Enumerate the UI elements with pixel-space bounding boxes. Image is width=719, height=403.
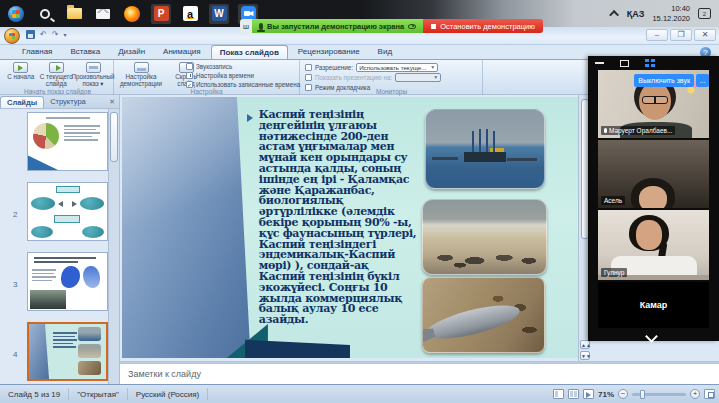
powerpoint-taskbar-button[interactable]: P — [151, 4, 171, 24]
mail-button[interactable] — [93, 4, 113, 24]
slide-thumbnail-2[interactable] — [27, 112, 108, 171]
record-narration-button[interactable]: Звукозапись — [186, 62, 298, 71]
mail-icon — [96, 9, 110, 19]
folder-icon — [67, 8, 82, 19]
resolution-value: Использовать текуще... — [359, 64, 426, 71]
redo-button[interactable]: ↷ — [52, 30, 59, 39]
tab-slideshow[interactable]: Показ слайдов — [211, 45, 288, 59]
use-timings-checkbox[interactable]: ✓ — [186, 81, 193, 88]
slide-canvas[interactable]: Каспий теңізінің деңгейінің ұлғаюы нәтиж… — [122, 97, 578, 358]
from-current-slide-button[interactable]: С текущего слайда — [40, 62, 74, 88]
mic-icon — [259, 23, 263, 30]
tab-home[interactable]: Главная — [14, 45, 60, 59]
notes-pane[interactable]: Заметки к слайду — [120, 361, 719, 384]
rehearse-timings-button[interactable]: Настройка времени — [186, 71, 298, 80]
resolution-dropdown[interactable]: Использовать текуще... ▼ — [356, 63, 438, 72]
language-status[interactable]: Русский (Россия) — [128, 388, 208, 400]
status-bar: Слайд 5 из 19 "Открытая" Русский (Россия… — [0, 384, 719, 403]
undo-button[interactable]: ↶ — [40, 30, 47, 39]
participant-video-2[interactable]: Асель — [598, 140, 709, 208]
slide-thumbnail-4[interactable] — [27, 252, 108, 311]
start-button[interactable] — [6, 4, 26, 24]
file-explorer-button[interactable] — [64, 4, 84, 24]
restore-button[interactable]: ❐ — [670, 29, 692, 41]
tab-insert[interactable]: Вставка — [62, 45, 108, 59]
amazon-button[interactable]: a — [180, 4, 200, 24]
language-indicator[interactable]: ҚАЗ — [627, 9, 645, 19]
scrollbar-thumb[interactable] — [110, 112, 118, 162]
tray-date: 15.12.2020 — [652, 14, 690, 23]
resolution-icon — [305, 64, 312, 71]
ship-photo — [30, 290, 66, 309]
window-controls: – ❐ ✕ — [646, 29, 716, 41]
zoom-minimize-icon[interactable] — [595, 62, 604, 64]
zoom-in-button[interactable]: + — [690, 389, 700, 399]
tab-slides[interactable]: Слайды — [0, 96, 44, 108]
zoom-slider-handle[interactable] — [640, 390, 645, 399]
taskbar-icons: P a W — [0, 4, 258, 24]
next-slide-button[interactable]: ▼▼ — [580, 351, 590, 360]
zoom-exit-fullscreen-icon[interactable] — [620, 60, 629, 67]
firefox-icon — [124, 6, 140, 22]
slide-thumbnail-5-selected[interactable] — [27, 322, 108, 381]
taskbar-search-button[interactable] — [35, 4, 55, 24]
tab-outline[interactable]: Структура — [44, 96, 92, 107]
participant-name-label: Асель — [601, 196, 625, 205]
zoom-level[interactable]: 71% — [598, 390, 614, 399]
tray-expand-icon[interactable] — [609, 10, 619, 20]
qat-dropdown-icon[interactable]: ▾ — [63, 31, 66, 38]
participant-video-3[interactable]: Гулнур — [598, 210, 709, 280]
zoom-out-button[interactable]: − — [618, 389, 628, 399]
slide-body-text[interactable]: Каспий теңізінің деңгейінің ұлғаюы нәтиж… — [259, 110, 417, 326]
stop-share-button[interactable]: Остановить демонстрацию — [423, 19, 543, 33]
mute-request-button[interactable]: Выключить звук — [634, 74, 694, 87]
windows-logo-icon — [8, 6, 24, 22]
status-bar-right: 71% − + — [553, 389, 719, 399]
close-button[interactable]: ✕ — [694, 29, 716, 41]
slideshow-view-button[interactable] — [583, 389, 594, 399]
use-timings-label: Использовать записанные времена — [196, 81, 300, 88]
rehearse-timings-icon — [186, 72, 193, 79]
custom-show-button[interactable]: Произвольный показ ▾ — [75, 62, 111, 88]
previous-slide-button[interactable]: ▲▲ — [580, 340, 590, 349]
thumbnail-number: 3 — [13, 280, 17, 289]
from-beginning-button[interactable]: С начала — [4, 62, 38, 88]
setup-show-icon — [134, 62, 149, 73]
custom-show-label: Произвольный показ ▾ — [71, 74, 114, 88]
tab-design[interactable]: Дизайн — [110, 45, 153, 59]
slide-sorter-view-button[interactable] — [568, 389, 579, 399]
firefox-button[interactable] — [122, 4, 142, 24]
slide-thumbnail-3[interactable] — [27, 182, 108, 241]
powerpoint-icon: P — [154, 6, 169, 21]
panel-close-icon[interactable]: ✕ — [109, 98, 115, 106]
participant-more-button[interactable]: ... — [696, 74, 709, 87]
office-button[interactable] — [4, 28, 20, 44]
tab-animations[interactable]: Анимация — [155, 45, 209, 59]
ribbon-group-monitors: Разрешение: Использовать текуще... ▼ Пок… — [301, 60, 483, 95]
participant-video-1[interactable]: Выключить звук ... Мәруерт Оралбаев... — [598, 70, 709, 138]
aral-map-2 — [83, 266, 100, 288]
word-taskbar-button[interactable]: W — [209, 4, 229, 24]
minimize-button[interactable]: – — [646, 29, 668, 41]
show-on-icon — [305, 74, 312, 81]
setup-show-label: Настройка демонстрации — [116, 74, 166, 88]
tab-review[interactable]: Рецензирование — [290, 45, 368, 59]
zoom-slider[interactable] — [632, 393, 686, 396]
screen: P a W ҚАЗ 10:40 15.12.2020 2 ш Вы запуст… — [0, 0, 719, 403]
participant-tile-4[interactable]: Камар — [598, 282, 709, 328]
theme-name[interactable]: "Открытая" — [69, 388, 128, 400]
gallery-view-icon[interactable] — [645, 59, 655, 67]
slides-panel-scrollbar[interactable] — [108, 109, 119, 385]
from-current-label: С текущего слайда — [40, 74, 74, 88]
eye-icon — [408, 24, 416, 29]
setup-slideshow-button[interactable]: Настройка демонстрации — [116, 62, 166, 88]
slides-panel-tabs: Слайды Структура ✕ — [0, 95, 119, 109]
fit-to-window-button[interactable] — [704, 389, 715, 399]
notifications-icon[interactable]: 2 — [698, 8, 711, 19]
tab-view[interactable]: Вид — [370, 45, 400, 59]
save-button[interactable] — [26, 30, 35, 39]
clock[interactable]: 10:40 15.12.2020 — [652, 4, 690, 23]
normal-view-button[interactable] — [553, 389, 564, 399]
chevron-down-icon[interactable] — [645, 330, 658, 343]
from-beginning-label: С начала — [7, 74, 34, 81]
